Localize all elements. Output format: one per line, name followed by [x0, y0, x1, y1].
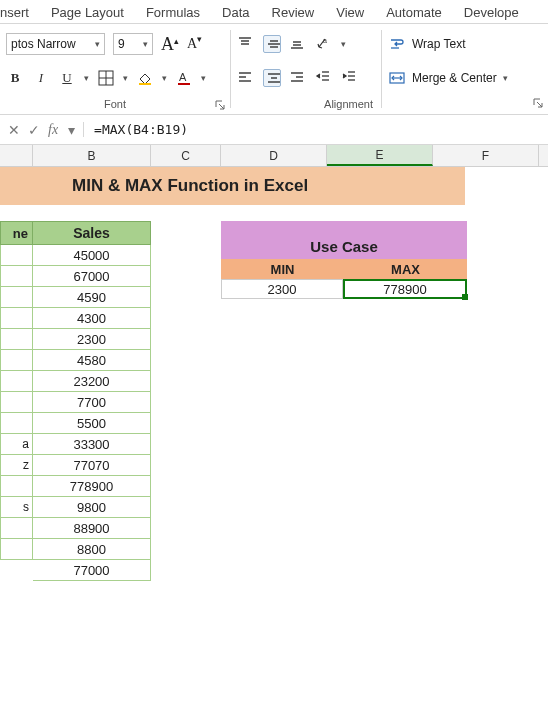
col-head-c[interactable]: C	[151, 145, 221, 166]
sales-cell[interactable]: 77000	[33, 560, 151, 581]
merge-center-icon	[388, 69, 406, 87]
font-size-select[interactable]: 9 ▾	[113, 33, 153, 55]
col-head-e[interactable]: E	[327, 145, 433, 166]
max-value-cell[interactable]: 778900	[343, 279, 467, 299]
svg-rect-5	[178, 83, 190, 85]
use-case-title: Use Case	[221, 221, 467, 259]
dialog-launcher-icon[interactable]	[532, 97, 544, 109]
name-cell[interactable]	[0, 350, 33, 371]
sales-cell[interactable]: 67000	[33, 266, 151, 287]
align-center-icon[interactable]	[263, 69, 281, 87]
chevron-down-icon[interactable]: ▾	[68, 122, 75, 138]
sales-cell[interactable]: 45000	[33, 245, 151, 266]
name-cell[interactable]	[0, 392, 33, 413]
name-cell[interactable]	[0, 266, 33, 287]
tab-review[interactable]: Review	[272, 5, 315, 20]
wrap-text-button[interactable]: Wrap Text	[412, 37, 466, 51]
font-size-value: 9	[118, 37, 125, 51]
font-color-icon[interactable]: A	[175, 69, 193, 87]
name-cell[interactable]	[0, 329, 33, 350]
fx-icon[interactable]: fx	[48, 122, 58, 138]
min-label: MIN	[221, 259, 344, 279]
tab-page-layout[interactable]: Page Layout	[51, 5, 124, 20]
sheet-title: MIN & MAX Function in Excel	[0, 167, 465, 205]
svg-text:a: a	[323, 37, 327, 44]
chevron-down-icon[interactable]: ▾	[84, 73, 89, 83]
name-cell[interactable]	[0, 287, 33, 308]
sales-cell[interactable]: 88900	[33, 518, 151, 539]
names-header: ne	[0, 221, 33, 245]
sales-cell[interactable]: 33300	[33, 434, 151, 455]
name-cell[interactable]	[0, 518, 33, 539]
name-cell[interactable]: s	[0, 497, 33, 518]
borders-icon[interactable]	[97, 69, 115, 87]
sales-cell[interactable]: 9800	[33, 497, 151, 518]
increase-indent-icon[interactable]	[341, 69, 359, 87]
font-name-select[interactable]: ptos Narrow ▾	[6, 33, 105, 55]
align-bottom-icon[interactable]	[289, 35, 307, 53]
tab-automate[interactable]: Automate	[386, 5, 442, 20]
cancel-formula-icon[interactable]: ✕	[8, 122, 20, 138]
svg-text:A: A	[179, 71, 187, 83]
sales-cell[interactable]: 5500	[33, 413, 151, 434]
sales-cell[interactable]: 77070	[33, 455, 151, 476]
decrease-indent-icon[interactable]	[315, 69, 333, 87]
tab-view[interactable]: View	[336, 5, 364, 20]
align-middle-icon[interactable]	[263, 35, 281, 53]
bold-button[interactable]: B	[6, 69, 24, 87]
chevron-down-icon[interactable]: ▾	[341, 39, 346, 49]
dialog-launcher-icon[interactable]	[214, 99, 226, 111]
tab-developer[interactable]: Develope	[464, 5, 519, 20]
sales-header: Sales	[33, 221, 151, 245]
min-value-cell[interactable]: 2300	[221, 279, 343, 299]
tab-insert[interactable]: nsert	[0, 5, 29, 20]
svg-rect-3	[139, 83, 151, 85]
sales-cell[interactable]: 2300	[33, 329, 151, 350]
fill-color-icon[interactable]	[136, 69, 154, 87]
worksheet-grid[interactable]: B C D E F MIN & MAX Function in Excel ne…	[0, 145, 548, 167]
sales-cell[interactable]: 4300	[33, 308, 151, 329]
tab-data[interactable]: Data	[222, 5, 249, 20]
chevron-down-icon[interactable]: ▾	[123, 73, 128, 83]
use-case-box: Use Case MIN MAX 2300 778900	[221, 221, 467, 299]
chevron-down-icon[interactable]: ▾	[201, 73, 206, 83]
sales-cell[interactable]: 8800	[33, 539, 151, 560]
tab-formulas[interactable]: Formulas	[146, 5, 200, 20]
sales-column: Sales 4500067000459043002300458023200770…	[33, 221, 151, 581]
col-head-b[interactable]: B	[33, 145, 151, 166]
chevron-down-icon[interactable]: ▾	[503, 73, 508, 83]
orientation-icon[interactable]: a	[315, 35, 333, 53]
align-right-icon[interactable]	[289, 69, 307, 87]
name-cell[interactable]	[0, 308, 33, 329]
merge-center-button[interactable]: Merge & Center	[412, 71, 497, 85]
sales-cell[interactable]: 4580	[33, 350, 151, 371]
sales-cell[interactable]: 778900	[33, 476, 151, 497]
name-cell[interactable]	[0, 476, 33, 497]
group-label-alignment: Alignment	[231, 96, 381, 114]
chevron-down-icon[interactable]: ▾	[162, 73, 167, 83]
col-head-a[interactable]	[0, 145, 33, 166]
underline-button[interactable]: U	[58, 69, 76, 87]
col-head-f[interactable]: F	[433, 145, 539, 166]
names-column: ne azs	[0, 221, 33, 560]
sales-cell[interactable]: 7700	[33, 392, 151, 413]
sales-cell[interactable]: 23200	[33, 371, 151, 392]
align-top-icon[interactable]	[237, 35, 255, 53]
name-cell[interactable]: a	[0, 434, 33, 455]
name-cell[interactable]: z	[0, 455, 33, 476]
col-head-d[interactable]: D	[221, 145, 327, 166]
name-cell[interactable]	[0, 371, 33, 392]
decrease-font-icon[interactable]: A▾	[187, 36, 202, 52]
name-cell[interactable]	[0, 413, 33, 434]
font-name-value: ptos Narrow	[11, 37, 76, 51]
name-cell[interactable]	[0, 245, 33, 266]
sales-cell[interactable]: 4590	[33, 287, 151, 308]
increase-font-icon[interactable]: A▴	[161, 34, 179, 55]
chevron-down-icon: ▾	[143, 39, 148, 49]
accept-formula-icon[interactable]: ✓	[28, 122, 40, 138]
name-cell[interactable]	[0, 539, 33, 560]
formula-input[interactable]: =MAX(B4:B19)	[83, 122, 548, 137]
wrap-text-icon	[388, 35, 406, 53]
align-left-icon[interactable]	[237, 69, 255, 87]
italic-button[interactable]: I	[32, 69, 50, 87]
